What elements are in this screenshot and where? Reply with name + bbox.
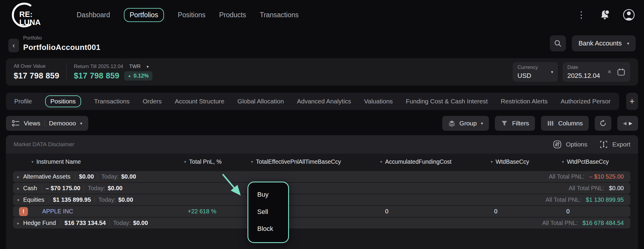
columns-icon bbox=[547, 120, 554, 127]
chevron-right-icon[interactable]: ▶ bbox=[629, 121, 632, 126]
notifications-bell-icon[interactable] bbox=[599, 9, 611, 21]
add-tab-button[interactable]: + bbox=[626, 93, 638, 110]
views-dropdown[interactable]: Views Demoooo ▾ bbox=[6, 116, 88, 131]
user-avatar[interactable] bbox=[623, 9, 635, 21]
column-header-wtd-pct-base-ccy[interactable]: ▾ WtdPctBaseCcy bbox=[562, 154, 609, 170]
tab-positions[interactable]: Positions bbox=[45, 95, 81, 107]
refresh-icon bbox=[599, 119, 607, 127]
cell-wtd-pct-base-ccy: 0 bbox=[566, 206, 569, 217]
bank-accounts-dropdown[interactable]: Bank Accounts ▾ bbox=[572, 35, 636, 51]
date-picker[interactable]: Date 2025.12.04 × bbox=[563, 62, 630, 82]
context-menu-item-buy[interactable]: Buy bbox=[248, 191, 288, 198]
chevron-down-icon: ▾ bbox=[251, 160, 253, 164]
column-header-total-effective-pnl[interactable]: ▾ TotalEffectivePnlAllTimeBaseCcy bbox=[251, 154, 341, 170]
nav-item-dashboard[interactable]: Dashboard bbox=[77, 11, 110, 19]
date-value: 2025.12.04 bbox=[567, 72, 600, 80]
column-header-wtd-base-ccy[interactable]: ▾ WtdBaseCcy bbox=[491, 154, 529, 170]
search-button[interactable] bbox=[550, 35, 566, 51]
collapse-chevron-icon[interactable]: ▾ bbox=[17, 198, 23, 202]
group-row-hedge-fund[interactable]: ▸ Hedge Fund $16 733 134.54 Today: $0.00… bbox=[13, 218, 630, 228]
group-row-cash[interactable]: ▸ Cash – $70 175.00 Today: $0.00 All Tot… bbox=[13, 183, 630, 194]
main-nav: Dashboard Portfolios Positions Products … bbox=[77, 8, 299, 22]
calendar-icon[interactable] bbox=[617, 67, 626, 76]
table-body: ▸ Alternative Assets $0.00 Today: $0.00 … bbox=[13, 171, 630, 229]
disclaimer-actions: Options Export bbox=[553, 140, 630, 149]
nav-right-actions: ⋮ bbox=[576, 9, 635, 21]
column-header-instrument-name[interactable]: ▾ Instrument Name bbox=[31, 154, 81, 170]
group-name: Cash bbox=[23, 185, 37, 192]
return-mode[interactable]: TWR bbox=[129, 64, 141, 70]
positions-panel: Market DATA Disclaimer Options bbox=[6, 135, 638, 249]
export-button[interactable]: Export bbox=[599, 140, 630, 149]
divider bbox=[49, 197, 49, 203]
pager-button[interactable]: ◀ ▶ bbox=[617, 116, 638, 131]
group-dropdown[interactable]: Group ▾ bbox=[442, 116, 489, 131]
back-button[interactable]: ‹ bbox=[8, 39, 19, 52]
tab-valuations[interactable]: Valuations bbox=[364, 98, 393, 105]
up-triangle-icon: ▲ bbox=[128, 74, 131, 78]
context-menu-item-block[interactable]: Block bbox=[248, 225, 288, 233]
warning-icon[interactable]: ! bbox=[19, 207, 28, 216]
chevron-down-icon: ▾ bbox=[31, 160, 34, 164]
refresh-button[interactable] bbox=[595, 116, 611, 131]
all-over-value-block: All Over Value $17 798 859 bbox=[14, 63, 59, 81]
portfolio-title-block: Portfolio PortfolioAccount001 bbox=[23, 35, 100, 52]
logo-line2: LUNA bbox=[19, 18, 41, 26]
group-row-equities[interactable]: ▾ Equities $1 135 899.95 Today: $0.00 Al… bbox=[13, 194, 630, 205]
group-value: $16 733 134.54 bbox=[64, 220, 106, 226]
chevron-down-icon[interactable]: ▾ bbox=[147, 64, 149, 69]
pnl-value: – $10 525.00 bbox=[589, 173, 624, 180]
options-button[interactable]: Options bbox=[553, 140, 587, 149]
return-change-pct: 0.12% bbox=[134, 73, 149, 79]
tab-advanced-analytics[interactable]: Advanced Analytics bbox=[297, 98, 351, 105]
page-head-actions: Bank Accounts ▾ bbox=[550, 35, 636, 51]
group-row-alternative-assets[interactable]: ▸ Alternative Assets $0.00 Today: $0.00 … bbox=[13, 171, 630, 182]
tab-funding-cost[interactable]: Funding Cost & Cash Interest bbox=[406, 98, 487, 105]
nav-item-transactions[interactable]: Transactions bbox=[260, 11, 299, 19]
column-header-accumulated-funding-cost[interactable]: ▾ AccumulatedFundingCost bbox=[380, 154, 452, 170]
current-view-name: Demoooo bbox=[49, 120, 76, 127]
expand-chevron-icon[interactable]: ▸ bbox=[17, 221, 23, 226]
tab-authorized-persons[interactable]: Authorized Persor bbox=[561, 98, 610, 105]
tab-profile[interactable]: Profile bbox=[14, 98, 32, 105]
nav-item-products[interactable]: Products bbox=[219, 11, 246, 19]
market-data-disclaimer[interactable]: Market DATA Disclaimer bbox=[14, 141, 74, 148]
currency-select[interactable]: Currency USD ▾ bbox=[513, 62, 558, 82]
divider bbox=[45, 120, 45, 127]
chevron-down-icon: ▾ bbox=[380, 160, 382, 164]
columns-button[interactable]: Columns bbox=[541, 116, 589, 131]
export-icon bbox=[599, 140, 608, 149]
position-row-apple-inc[interactable]: ! APPLE INC +22 618 % 0 0 0 bbox=[13, 206, 630, 217]
chevron-down-icon: ▾ bbox=[491, 160, 493, 164]
chevron-left-icon[interactable]: ◀ bbox=[623, 121, 626, 126]
top-nav: RE: LUNA Dashboard Portfolios Positions … bbox=[0, 0, 644, 30]
nav-item-portfolios[interactable]: Portfolios bbox=[124, 8, 164, 22]
column-header-total-pnl-pct[interactable]: ▾ Total PnL, % bbox=[184, 154, 222, 170]
expand-chevron-icon[interactable]: ▸ bbox=[17, 174, 23, 179]
context-menu-item-sell[interactable]: Sell bbox=[248, 208, 288, 216]
brand-logo[interactable]: RE: LUNA bbox=[9, 2, 44, 28]
bank-accounts-label: Bank Accounts bbox=[578, 40, 622, 47]
today-value: $0.00 bbox=[108, 185, 122, 192]
tab-account-structure[interactable]: Account Structure bbox=[175, 98, 224, 105]
summary-bar: All Over Value $17 798 859 Return Till 2… bbox=[6, 58, 638, 86]
tab-transactions[interactable]: Transactions bbox=[94, 98, 130, 105]
context-menu: Buy Sell Block bbox=[247, 182, 289, 243]
table-header: ▾ Instrument Name ▾ Total PnL, % ▾ Total… bbox=[6, 154, 638, 170]
divider bbox=[42, 185, 42, 191]
cell-wtd-base-ccy: 0 bbox=[494, 206, 497, 217]
clear-date-icon[interactable]: × bbox=[607, 68, 611, 76]
filters-button[interactable]: Filters bbox=[495, 116, 535, 131]
tab-orders[interactable]: Orders bbox=[143, 98, 162, 105]
notification-badge-dot bbox=[605, 10, 610, 15]
tab-global-allocation[interactable]: Global Allocation bbox=[237, 98, 284, 105]
expand-chevron-icon[interactable]: ▸ bbox=[17, 186, 23, 191]
kebab-menu-icon[interactable]: ⋮ bbox=[576, 9, 587, 21]
nav-item-positions[interactable]: Positions bbox=[178, 11, 205, 19]
tab-restriction-alerts[interactable]: Restriction Alerts bbox=[501, 98, 548, 105]
group-value: – $70 175.00 bbox=[46, 185, 80, 192]
instrument-name-link[interactable]: APPLE INC bbox=[42, 208, 73, 215]
today-label: Today: bbox=[88, 185, 105, 192]
return-label: Return Till 2025.12.04 bbox=[74, 64, 123, 70]
pnl-value: $16 678 484.54 bbox=[583, 220, 624, 226]
